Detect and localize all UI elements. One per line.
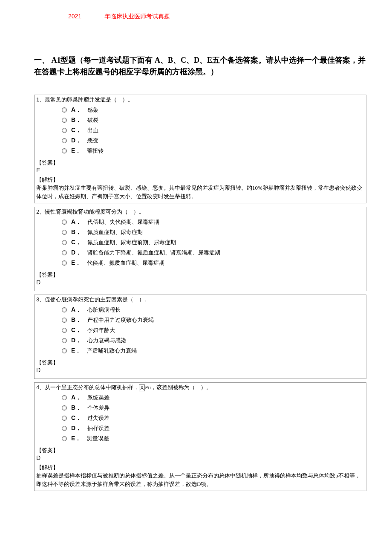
section-title: 一、 A1型题（每一道考试题下面有 A、B、C、D、E五个备选答案。请从中选择一… <box>34 55 366 78</box>
option-label: B． <box>71 404 81 412</box>
option-row[interactable]: A．心脏病病程长 <box>62 306 364 314</box>
option-text: 氮质血症期、尿毒症期 <box>87 228 143 236</box>
question-block: 1、最常见的卵巢肿瘤并发症是（ ）。A．感染B．破裂C．出血D．恶变E．蒂扭转【… <box>34 95 366 203</box>
option-label: A． <box>71 306 81 314</box>
radio-icon[interactable] <box>62 250 67 255</box>
option-row[interactable]: E．代偿期、氮质血症期、尿毒症期 <box>62 259 364 267</box>
blank-space <box>117 96 122 103</box>
question-stem: 4、从一个呈正态分布的总体中随机抽样，X≠u，该差别被称为（ ）。 <box>36 384 364 391</box>
radio-icon[interactable] <box>62 240 67 245</box>
header-title: 年临床执业医师考试真题 <box>104 13 170 20</box>
analysis-label: 【解析】 <box>36 176 364 184</box>
option-label: E． <box>71 347 81 355</box>
option-label: A． <box>71 218 81 226</box>
option-text: 个体差异 <box>87 404 110 412</box>
option-text: 代偿期、失代偿期、尿毒症期 <box>87 218 159 226</box>
radio-icon[interactable] <box>62 138 67 143</box>
blank-space <box>195 384 201 390</box>
option-row[interactable]: A．系统误差 <box>62 394 364 402</box>
option-label: D． <box>71 425 81 432</box>
radio-icon[interactable] <box>62 220 67 225</box>
option-text: 蒂扭转 <box>87 147 104 155</box>
option-row[interactable]: B．氮质血症期、尿毒症期 <box>62 228 364 236</box>
answer-label: 【答案】 <box>36 359 364 367</box>
question-stem-prefix: 、慢性肾衰竭按肾功能程度可分为（ <box>39 208 128 215</box>
option-text: 产后哺乳致心力衰竭 <box>87 347 137 355</box>
option-row[interactable]: C．出血 <box>62 127 364 134</box>
option-text: 感染 <box>87 106 98 114</box>
radio-icon[interactable] <box>62 148 67 153</box>
question-stem-mid: ≠u，该差别被称为（ <box>145 384 195 390</box>
question-stem: 1、最常见的卵巢肿瘤并发症是（ ）。 <box>36 96 364 104</box>
option-row[interactable]: E．测量误差 <box>62 435 364 442</box>
option-label: C． <box>71 327 81 334</box>
option-row[interactable]: E．产后哺乳致心力衰竭 <box>62 347 364 355</box>
option-label: E． <box>71 147 81 155</box>
option-label: B． <box>71 316 81 324</box>
option-row[interactable]: E．蒂扭转 <box>62 147 364 155</box>
radio-icon[interactable] <box>62 426 67 431</box>
option-row[interactable]: A．感染 <box>62 106 364 114</box>
question-stem-prefix: 、促使心脏病孕妇死亡的主要因素是（ <box>39 296 133 303</box>
radio-icon[interactable] <box>62 338 67 343</box>
radio-icon[interactable] <box>62 348 67 353</box>
option-row[interactable]: B．个体差异 <box>62 404 364 412</box>
option-row[interactable]: A．代偿期、失代偿期、尿毒症期 <box>62 218 364 226</box>
option-label: A． <box>71 394 81 402</box>
radio-icon[interactable] <box>62 260 67 266</box>
option-text: 产程中用力过度致心力衰竭 <box>87 316 154 324</box>
option-row[interactable]: C．氮质血症期、尿毒症前期、尿毒症期 <box>62 239 364 246</box>
radio-icon[interactable] <box>62 328 67 333</box>
option-text: 出血 <box>87 127 98 134</box>
option-row[interactable]: D．肾贮备能力下降期、氮质血症期、肾衰竭期、尿毒症期 <box>62 249 364 257</box>
option-label: C． <box>71 127 81 134</box>
radio-icon[interactable] <box>62 436 67 441</box>
radio-icon[interactable] <box>62 107 67 113</box>
options-group: A．代偿期、失代偿期、尿毒症期B．氮质血症期、尿毒症期C．氮质血症期、尿毒症前期… <box>36 218 364 267</box>
analysis-text: 抽样误差是指样本指标值与被推断的总体指标值之差。从一个呈正态分布的总体中随机抽样… <box>36 471 364 488</box>
radio-icon[interactable] <box>62 405 67 410</box>
option-row[interactable]: D．抽样误差 <box>62 425 364 432</box>
option-row[interactable]: B．破裂 <box>62 116 364 124</box>
radio-icon[interactable] <box>62 118 67 123</box>
option-row[interactable]: D．心力衰竭与感染 <box>62 337 364 344</box>
radio-icon[interactable] <box>62 307 67 312</box>
radio-icon[interactable] <box>62 416 67 421</box>
radio-icon[interactable] <box>62 318 67 323</box>
option-text: 孕妇年龄大 <box>87 327 115 334</box>
options-group: A．系统误差B．个体差异C．过失误差D．抽样误差E．测量误差 <box>36 394 364 442</box>
option-text: 测量误差 <box>87 435 109 442</box>
option-label: D． <box>71 337 81 344</box>
option-label: B． <box>71 116 81 124</box>
question-stem-suffix: ）。 <box>201 384 212 390</box>
radio-icon[interactable] <box>62 395 67 400</box>
option-text: 氮质血症期、尿毒症前期、尿毒症期 <box>87 239 176 246</box>
question-stem: 2、慢性肾衰竭按肾功能程度可分为（ ）。 <box>36 208 364 216</box>
option-row[interactable]: B．产程中用力过度致心力衰竭 <box>62 316 364 324</box>
option-text: 系统误差 <box>87 394 110 402</box>
answer-label: 【答案】 <box>36 447 364 454</box>
option-row[interactable]: C．孕妇年龄大 <box>62 327 364 334</box>
option-text: 心力衰竭与感染 <box>87 337 126 344</box>
option-row[interactable]: C．过失误差 <box>62 414 364 422</box>
option-text: 过失误差 <box>87 414 110 422</box>
answer-value: D <box>36 367 364 373</box>
option-label: A． <box>71 106 81 114</box>
blank-space <box>128 208 133 215</box>
answer-value: D <box>36 279 364 286</box>
radio-icon[interactable] <box>62 128 67 133</box>
analysis-text: 卵巢肿瘤的并发症主要有蒂扭转、破裂、感染、恶变。其中最常见的并发症为蒂扭转。约1… <box>36 184 364 200</box>
option-text: 恶变 <box>87 137 98 145</box>
radio-icon[interactable] <box>62 230 67 235</box>
question-stem-prefix: 、从一个呈正态分布的总体中随机抽样， <box>39 384 139 390</box>
option-label: C． <box>71 414 81 422</box>
questions-container: 1、最常见的卵巢肿瘤并发症是（ ）。A．感染B．破裂C．出血D．恶变E．蒂扭转【… <box>34 95 366 491</box>
option-row[interactable]: D．恶变 <box>62 137 364 145</box>
options-group: A．心脏病病程长B．产程中用力过度致心力衰竭C．孕妇年龄大D．心力衰竭与感染E．… <box>36 306 364 355</box>
answer-label: 【答案】 <box>36 271 364 279</box>
answer-value: D <box>36 454 364 461</box>
blank-space <box>133 296 139 303</box>
question-stem-suffix: ）。 <box>122 96 133 103</box>
page-header: 2021 年临床执业医师考试真题 <box>34 13 366 20</box>
option-label: E． <box>71 259 81 267</box>
